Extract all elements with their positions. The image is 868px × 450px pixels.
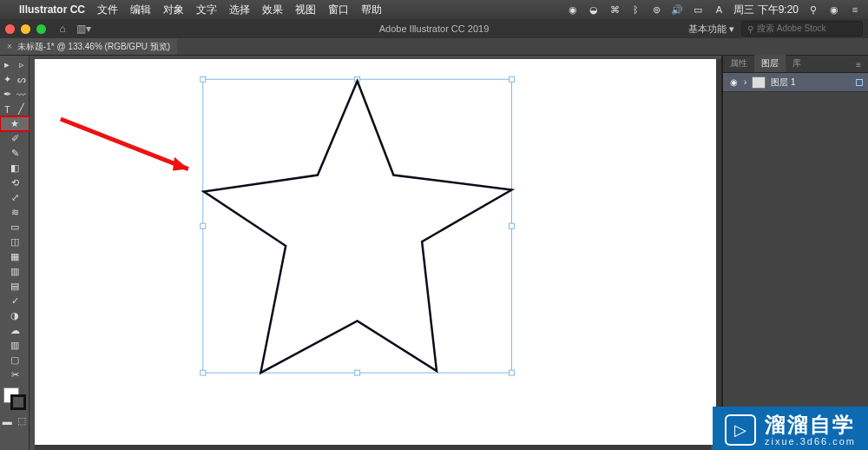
menu-object[interactable]: 对象 [163,3,184,17]
adobe-stock-search[interactable]: ⚲ 搜索 Adobe Stock [741,21,863,36]
canvas-area[interactable] [30,56,722,450]
svg-marker-9 [173,157,188,171]
magic-wand-tool[interactable]: ✦ [0,72,15,87]
stroke-swatch[interactable] [10,394,26,410]
panel-menu-button[interactable]: ≡ [849,57,868,72]
notification-center-icon[interactable]: ≡ [849,4,861,15]
canvas-scrollbar-horizontal[interactable] [35,445,711,450]
close-window-button[interactable] [5,24,15,34]
shape-builder-tool[interactable]: ◫ [0,235,30,249]
lasso-tool[interactable]: ᔕ [15,72,30,87]
menu-file[interactable]: 文件 [97,3,118,17]
eraser-tool[interactable]: ◧ [0,161,30,175]
selection-handles[interactable] [201,76,515,375]
svg-rect-3 [201,223,206,228]
canvas-scrollbar-vertical[interactable] [716,59,721,440]
arrange-docs-button[interactable]: ▥▾ [76,21,91,36]
home-button[interactable]: ⌂ [55,21,70,36]
watermark-url: zixue.3d66.com [765,436,856,447]
menu-effect[interactable]: 效果 [262,3,283,17]
toolbox: ▸ ▹ ✦ ᔕ ✒ 〰 T ╱ ★ ✐ ✎ ◧ ⟲ ⤢ ≋ ▭ ◫ ▦ ▥ ▤ … [0,56,30,450]
battery-icon[interactable]: ▭ [692,4,704,16]
close-tab-button[interactable]: × [7,42,12,51]
spotlight-icon[interactable]: ⚲ [807,4,819,16]
hand-tool[interactable]: ▬ [0,414,15,428]
artboard-tool[interactable]: ▢ [0,353,30,367]
gradient-tool[interactable]: ▤ [0,279,30,294]
mesh-tool[interactable]: ▥ [0,264,30,279]
curvature-tool[interactable]: 〰 [15,87,30,102]
workspace-switcher[interactable]: 基本功能 ▾ [688,23,734,36]
svg-rect-0 [201,76,206,82]
macos-menubar: Illustrator CC 文件 编辑 对象 文字 选择 效果 视图 窗口 帮… [0,0,868,19]
tab-properties[interactable]: 属性 [723,55,754,72]
document-tab-title: 未标题-1* @ 133.46% (RGB/GPU 预览) [17,41,170,53]
layer-name[interactable]: 图层 1 [771,76,795,89]
user-icon[interactable]: ◒ [588,4,600,16]
rotate-tool[interactable]: ⟲ [0,175,30,190]
symbol-tool[interactable]: ☁ [0,323,30,338]
svg-rect-6 [355,370,360,375]
app-title: Adobe Illustrator CC 2019 [379,23,490,34]
svg-rect-7 [510,370,515,375]
star-tool[interactable]: ★ [0,116,30,131]
expand-layer-icon[interactable]: › [744,77,746,87]
brush-tool[interactable]: ✐ [0,131,30,146]
layer-target-icon[interactable] [856,79,863,86]
artboard[interactable] [35,59,716,445]
annotation-arrow [61,119,188,171]
main-area: ▸ ▹ ✦ ᔕ ✒ 〰 T ╱ ★ ✐ ✎ ◧ ⟲ ⤢ ≋ ▭ ◫ ▦ ▥ ▤ … [0,56,868,450]
shaper-tool[interactable]: ✎ [0,146,30,161]
blend-tool[interactable]: ◑ [0,308,30,323]
right-panel: 属性 图层 库 ≡ ◉ › 图层 1 [722,56,868,450]
eyedropper-tool[interactable]: ✓ [0,294,30,308]
perspective-tool[interactable]: ▦ [0,249,30,264]
watermark: ▷ 溜溜自学 zixue.3d66.com [713,407,868,450]
svg-rect-4 [510,223,515,228]
watermark-logo-icon: ▷ [725,414,756,446]
visibility-toggle-icon[interactable]: ◉ [728,77,739,87]
direct-selection-tool[interactable]: ▹ [15,57,30,72]
selection-bbox [203,79,512,373]
menu-select[interactable]: 选择 [229,3,250,17]
wifi-icon[interactable]: ⊚ [650,4,662,16]
slice-tool[interactable]: ✂ [0,367,30,382]
star-shape[interactable] [204,81,512,373]
siri-icon[interactable]: ◉ [828,4,840,16]
free-transform-tool[interactable]: ▭ [0,220,30,235]
app-name-menu[interactable]: Illustrator CC [19,3,85,16]
tab-libraries[interactable]: 库 [786,55,808,72]
window-controls [5,24,46,34]
minimize-window-button[interactable] [21,24,30,34]
menu-view[interactable]: 视图 [295,3,316,17]
svg-rect-5 [201,370,206,375]
zoom-window-button[interactable] [36,24,46,34]
input-icon[interactable]: A [713,4,725,15]
selection-tool[interactable]: ▸ [0,57,15,72]
menu-window[interactable]: 窗口 [328,3,349,17]
scale-tool[interactable]: ⤢ [0,190,30,205]
menubar-clock[interactable]: 周三 下午9:20 [733,3,799,17]
menu-type[interactable]: 文字 [196,3,217,17]
cloud-icon[interactable]: ◉ [567,4,579,16]
creative-cloud-icon[interactable]: ⌘ [608,4,621,16]
zoom-tool[interactable]: ⬚ [15,414,30,428]
document-tab[interactable]: × 未标题-1* @ 133.46% (RGB/GPU 预览) [0,38,177,55]
bluetooth-icon[interactable]: ᛒ [629,4,641,15]
pen-tool[interactable]: ✒ [0,87,15,102]
canvas-svg [35,59,716,445]
watermark-brand: 溜溜自学 [765,414,856,436]
tab-layers[interactable]: 图层 [754,55,786,72]
menu-edit[interactable]: 编辑 [130,3,151,17]
layer-thumbnail [752,76,766,89]
menu-help[interactable]: 帮助 [361,3,382,17]
line-tool[interactable]: ╱ [15,102,30,116]
type-tool[interactable]: T [0,102,15,116]
layer-row[interactable]: ◉ › 图层 1 [723,73,868,92]
graph-tool[interactable]: ▥ [0,338,30,353]
volume-icon[interactable]: 🔊 [671,4,683,16]
fill-stroke-swatch[interactable] [0,387,30,414]
app-title-bar: ⌂ ▥▾ Adobe Illustrator CC 2019 基本功能 ▾ ⚲ … [0,19,868,38]
width-tool[interactable]: ≋ [0,205,30,220]
panel-tabs: 属性 图层 库 ≡ [723,56,868,73]
